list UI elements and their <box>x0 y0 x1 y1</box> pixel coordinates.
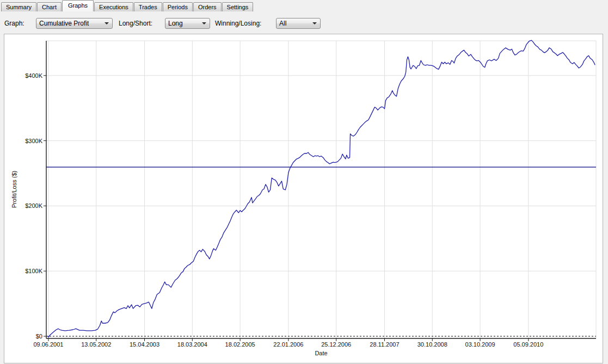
tab-summary[interactable]: Summary <box>1 2 36 11</box>
x-tick-label: 18.03.2004 <box>177 341 207 348</box>
x-tick-label: 15.04.2003 <box>130 341 159 348</box>
x-axis-title: Date <box>315 350 327 356</box>
x-tick-label: 18.02.2005 <box>225 341 255 348</box>
y-tick-label: $100K <box>25 268 42 274</box>
x-tick-label: 03.10.2009 <box>465 341 495 348</box>
x-tick-label: 05.09.2010 <box>513 341 543 348</box>
x-tick-label: 09.06.2001 <box>33 341 63 348</box>
y-tick-label: $300K <box>25 138 42 144</box>
y-tick-label: $200K <box>25 202 42 209</box>
x-tick-label: 25.12.2006 <box>321 341 351 348</box>
tab-bar: Summary Chart Graphs Executions Trades P… <box>1 0 254 11</box>
y-tick-label: $400K <box>25 72 42 79</box>
tab-settings[interactable]: Settings <box>222 2 254 11</box>
tab-executions[interactable]: Executions <box>94 2 133 11</box>
x-tick-label: 13.05.2002 <box>81 341 111 348</box>
x-tick-label: 30.10.2008 <box>417 341 447 348</box>
x-tick-label: 28.11.2007 <box>370 341 399 348</box>
x-tick-label: 22.01.2006 <box>273 341 303 348</box>
tab-chart[interactable]: Chart <box>37 2 62 11</box>
y-axis-title: Profit/Loss ($) <box>11 171 17 208</box>
profit-line <box>48 40 595 337</box>
y-tick-label: $0 <box>36 333 42 340</box>
tab-orders[interactable]: Orders <box>193 2 222 11</box>
tab-trades[interactable]: Trades <box>134 2 162 11</box>
tab-graphs[interactable]: Graphs <box>62 0 94 11</box>
cumulative-profit-chart: 09.06.200113.05.200215.04.200318.03.2004… <box>0 0 608 364</box>
tab-periods[interactable]: Periods <box>163 2 193 11</box>
